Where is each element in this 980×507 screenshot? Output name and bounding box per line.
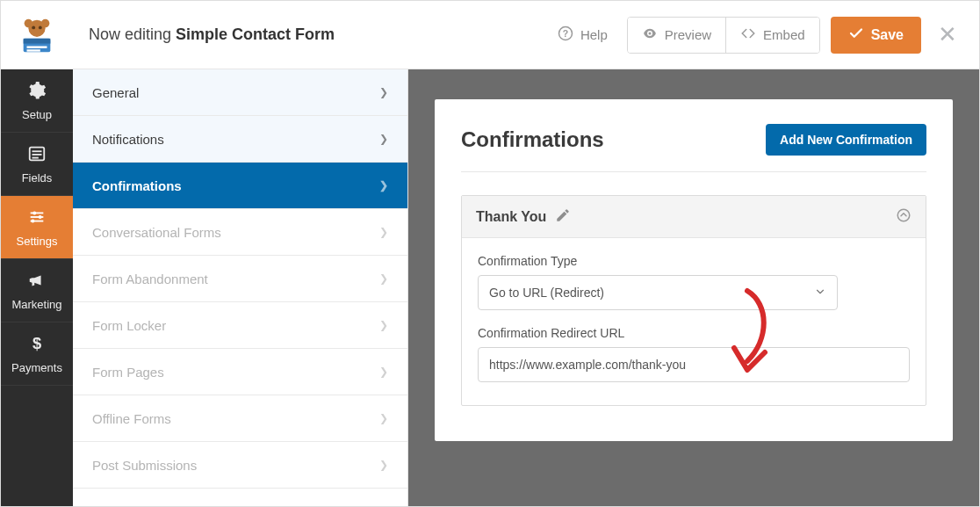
settings-row-label: Confirmations <box>92 178 182 193</box>
chevron-right-icon: ❯ <box>379 272 388 285</box>
app-logo <box>1 1 73 69</box>
settings-row-conversational-forms[interactable]: Conversational Forms ❯ <box>73 209 407 256</box>
settings-row-label: Form Locker <box>92 318 166 333</box>
confirmation-type-value: Go to URL (Redirect) <box>489 286 604 300</box>
pencil-icon[interactable] <box>555 207 571 227</box>
content-area: Confirmations Add New Confirmation Thank… <box>408 69 979 506</box>
chevron-right-icon: ❯ <box>379 133 388 145</box>
add-confirmation-label: Add New Confirmation <box>780 133 912 147</box>
settings-row-label: General <box>92 85 139 100</box>
settings-row-general[interactable]: General ❯ <box>73 69 407 116</box>
chevron-right-icon: ❯ <box>379 319 388 331</box>
chevron-right-icon: ❯ <box>379 226 388 238</box>
list-icon <box>27 144 47 166</box>
save-button[interactable]: Save <box>831 17 921 54</box>
svg-point-23 <box>897 209 910 221</box>
settings-row-form-locker[interactable]: Form Locker ❯ <box>73 302 407 349</box>
settings-row-label: Conversational Forms <box>92 225 221 240</box>
close-button[interactable]: ✕ <box>932 21 963 48</box>
settings-row-form-pages[interactable]: Form Pages ❯ <box>73 349 407 395</box>
svg-point-4 <box>39 25 42 29</box>
nav-fields-label: Fields <box>22 171 53 185</box>
confirmation-card: Thank You Confirmation Type Go to URL (R… <box>461 195 926 406</box>
help-icon: ? <box>558 25 573 44</box>
confirmation-card-body: Confirmation Type Go to URL (Redirect) C… <box>462 238 926 405</box>
page-title: Now editing Simple Contact Form <box>89 25 335 44</box>
settings-row-label: Form Pages <box>92 365 164 380</box>
help-label: Help <box>580 27 608 42</box>
svg-point-3 <box>32 25 35 29</box>
svg-point-19 <box>39 214 42 218</box>
editing-prefix: Now editing <box>89 25 171 43</box>
nav-payments[interactable]: $ Payments <box>1 322 73 386</box>
top-bar: Now editing Simple Contact Form ? Help P… <box>1 1 979 69</box>
svg-point-17 <box>32 211 36 214</box>
dollar-icon: $ <box>27 334 47 356</box>
confirmation-type-label: Confirmation Type <box>478 254 910 268</box>
redirect-url-label: Confirmation Redirect URL <box>478 326 910 340</box>
settings-row-label: Offline Forms <box>92 411 171 426</box>
confirmation-card-header[interactable]: Thank You <box>462 196 926 238</box>
svg-text:$: $ <box>32 334 41 352</box>
nav-settings-label: Settings <box>17 235 58 248</box>
chevron-down-icon <box>814 286 826 301</box>
left-nav: Setup Fields Settings Marketing $ Paymen… <box>1 69 73 506</box>
nav-marketing[interactable]: Marketing <box>1 259 73 322</box>
confirmation-card-title: Thank You <box>476 209 546 225</box>
settings-row-offline-forms[interactable]: Offline Forms ❯ <box>73 395 407 442</box>
form-name: Simple Contact Form <box>176 25 335 43</box>
settings-row-post-submissions[interactable]: Post Submissions ❯ <box>73 442 407 489</box>
add-confirmation-button[interactable]: Add New Confirmation <box>766 124 926 156</box>
svg-point-2 <box>41 18 50 27</box>
confirmations-panel: Confirmations Add New Confirmation Thank… <box>435 99 953 441</box>
help-link[interactable]: ? Help <box>558 25 608 44</box>
chevron-right-icon: ❯ <box>379 459 388 471</box>
gear-icon <box>27 81 47 103</box>
svg-point-11 <box>648 33 651 35</box>
embed-label: Embed <box>763 27 805 42</box>
panel-header: Confirmations Add New Confirmation <box>461 124 926 172</box>
settings-row-confirmations[interactable]: Confirmations ❯ <box>73 163 407 209</box>
confirmation-type-select[interactable]: Go to URL (Redirect) <box>478 275 838 310</box>
save-label: Save <box>871 27 904 43</box>
embed-button[interactable]: Embed <box>725 18 819 53</box>
settings-row-label: Post Submissions <box>92 458 197 473</box>
nav-payments-label: Payments <box>11 361 62 374</box>
svg-rect-6 <box>24 38 51 43</box>
settings-row-form-abandonment[interactable]: Form Abandonment ❯ <box>73 256 407 302</box>
nav-setup[interactable]: Setup <box>1 69 73 133</box>
nav-settings[interactable]: Settings <box>1 196 73 259</box>
svg-rect-8 <box>27 49 40 51</box>
chevron-right-icon: ❯ <box>379 366 388 378</box>
preview-label: Preview <box>665 27 711 42</box>
sliders-icon <box>27 207 47 229</box>
panel-title: Confirmations <box>461 127 604 152</box>
svg-point-1 <box>25 18 33 27</box>
nav-setup-label: Setup <box>22 108 52 121</box>
nav-marketing-label: Marketing <box>11 298 61 311</box>
chevron-right-icon: ❯ <box>379 179 388 192</box>
chevron-right-icon: ❯ <box>379 412 388 424</box>
svg-rect-7 <box>27 46 47 47</box>
megaphone-icon <box>27 271 47 293</box>
preview-button[interactable]: Preview <box>628 18 725 53</box>
eye-icon <box>642 25 658 44</box>
nav-fields[interactable]: Fields <box>1 133 73 196</box>
svg-point-21 <box>31 219 34 222</box>
settings-row-label: Form Abandonment <box>92 272 208 286</box>
check-icon <box>848 25 864 45</box>
preview-embed-group: Preview Embed <box>627 17 820 54</box>
close-icon: ✕ <box>938 21 957 47</box>
code-icon <box>740 25 756 44</box>
settings-row-label: Notifications <box>92 132 164 147</box>
top-right: ? Help Preview Embed Save <box>558 17 979 54</box>
chevron-right-icon: ❯ <box>379 86 388 98</box>
collapse-icon[interactable] <box>896 207 912 227</box>
settings-submenu: General ❯ Notifications ❯ Confirmations … <box>73 69 408 506</box>
svg-text:?: ? <box>563 28 568 39</box>
redirect-url-input[interactable] <box>478 347 910 382</box>
settings-row-notifications[interactable]: Notifications ❯ <box>73 116 407 163</box>
